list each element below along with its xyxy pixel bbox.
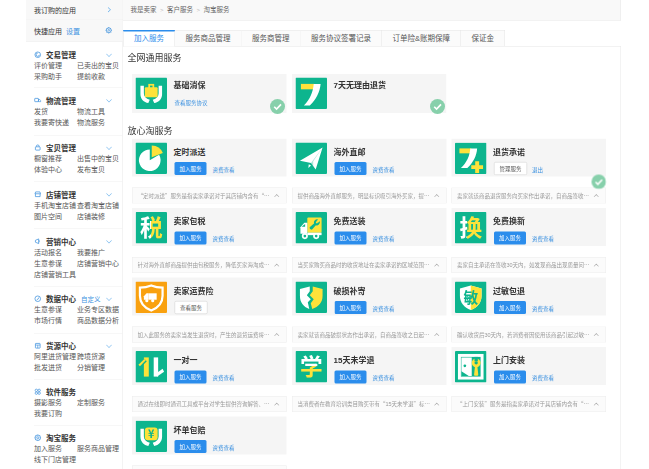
- svg-text:学: 学: [300, 355, 323, 380]
- svg-text:敏: 敏: [463, 289, 478, 306]
- svg-text:税: 税: [140, 216, 163, 241]
- svg-text:换: 换: [459, 216, 482, 241]
- svg-text:¥: ¥: [148, 428, 155, 440]
